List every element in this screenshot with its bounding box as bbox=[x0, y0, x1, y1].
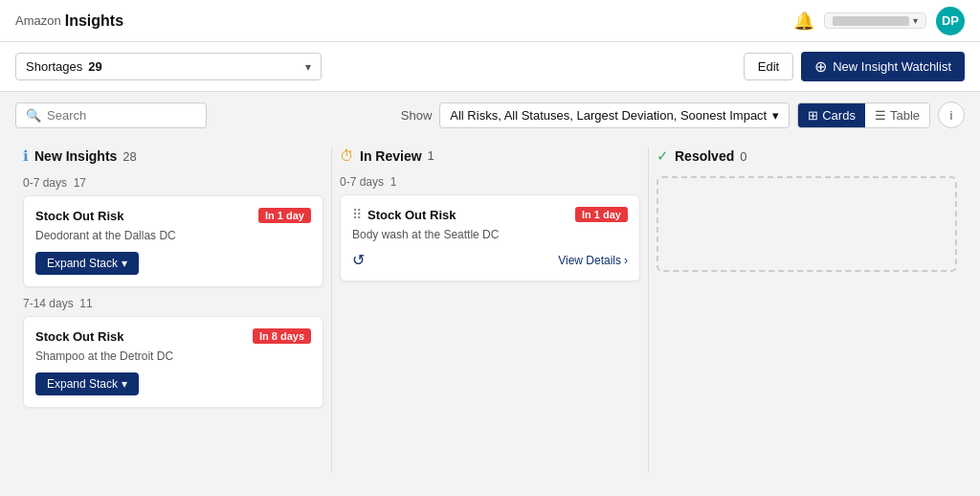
search-row: 🔍 Show All Risks, All Statuses, Largest … bbox=[0, 92, 980, 138]
shortages-left: Shortages 29 bbox=[26, 59, 102, 74]
card-stock-out-risk-deodorant: Stock Out Risk In 1 day Deodorant at the… bbox=[23, 195, 323, 287]
view-toggle: ⊞ Cards ☰ Table bbox=[797, 102, 930, 128]
edit-button[interactable]: Edit bbox=[744, 53, 793, 80]
new-insights-title: New Insights bbox=[34, 148, 117, 164]
view-details-link[interactable]: View Details › bbox=[558, 254, 628, 267]
search-box[interactable]: 🔍 bbox=[15, 102, 207, 128]
card-title-2: Stock Out Risk bbox=[35, 329, 123, 344]
app-title: Insights bbox=[65, 12, 123, 30]
shortages-count: 29 bbox=[88, 59, 101, 74]
card-stock-out-risk-bodywash: ⠿ Stock Out Risk In 1 day Body wash at t… bbox=[340, 194, 640, 282]
card-stock-out-risk-shampoo: Stock Out Risk In 8 days Shampoo at the … bbox=[23, 316, 323, 408]
in-review-count: 1 bbox=[428, 148, 434, 163]
table-icon: ☰ bbox=[875, 108, 886, 123]
card-subtitle: Deodorant at the Dallas DC bbox=[35, 229, 311, 242]
in-review-header: ⏱ In Review 1 bbox=[340, 138, 640, 171]
expand-chevron-icon-2: ▾ bbox=[122, 377, 127, 391]
show-label: Show bbox=[401, 108, 433, 123]
new-insight-button[interactable]: ⊕ New Insight Watchlist bbox=[801, 52, 965, 81]
in-review-card-top: ⠿ Stock Out Risk In 1 day bbox=[352, 207, 628, 222]
day-group-0-7: 0-7 days 17 bbox=[23, 176, 323, 190]
shortages-dropdown[interactable]: Shortages 29 ▾ bbox=[15, 53, 322, 80]
info-button[interactable]: i bbox=[938, 101, 965, 128]
view-details-label: View Details bbox=[558, 254, 621, 267]
cards-view-button[interactable]: ⊞ Cards bbox=[798, 103, 865, 127]
toolbar-actions: Edit ⊕ New Insight Watchlist bbox=[744, 52, 965, 81]
resolved-title: Resolved bbox=[675, 148, 734, 164]
resolved-header: ✓ Resolved 0 bbox=[657, 138, 957, 172]
filter-value: All Risks, All Statuses, Largest Deviati… bbox=[450, 108, 767, 123]
card-top-2: Stock Out Risk In 8 days bbox=[35, 328, 311, 344]
card-subtitle-2: Shampoo at the Detroit DC bbox=[35, 349, 311, 363]
user-name-label bbox=[833, 16, 909, 26]
resolved-empty-area bbox=[657, 176, 957, 272]
refresh-icon[interactable]: ↺ bbox=[352, 251, 365, 269]
card-actions: ↺ View Details › bbox=[352, 251, 628, 269]
card-title-row: ⠿ Stock Out Risk bbox=[352, 207, 456, 222]
info-icon: i bbox=[950, 108, 953, 123]
in-review-title: In Review bbox=[360, 148, 422, 164]
new-insights-count: 28 bbox=[122, 149, 136, 164]
in-review-card-title: Stock Out Risk bbox=[368, 208, 456, 222]
table-view-button[interactable]: ☰ Table bbox=[865, 103, 929, 127]
search-input[interactable] bbox=[47, 108, 181, 123]
table-label: Table bbox=[890, 108, 920, 123]
toolbar: Shortages 29 ▾ Edit ⊕ New Insight Watchl… bbox=[0, 42, 980, 92]
info-circle-icon: ℹ bbox=[23, 147, 29, 165]
header-left: Amazon Insights bbox=[15, 12, 123, 30]
shortages-label: Shortages bbox=[26, 59, 82, 74]
in-review-column: ⏱ In Review 1 0-7 days 1 ⠿ Stock Out Ris… bbox=[332, 138, 648, 483]
filter-chevron-icon: ▾ bbox=[772, 108, 779, 123]
drag-handle-icon: ⠿ bbox=[352, 207, 362, 222]
resolved-column: ✓ Resolved 0 bbox=[649, 138, 965, 483]
shortages-chevron-icon: ▾ bbox=[305, 60, 311, 74]
avatar[interactable]: DP bbox=[936, 7, 965, 35]
kanban-columns: ℹ New Insights 28 0-7 days 17 Stock Out … bbox=[0, 138, 980, 496]
card-title: Stock Out Risk bbox=[35, 209, 123, 223]
in-review-urgency-badge: In 1 day bbox=[575, 207, 628, 222]
resolved-count: 0 bbox=[740, 149, 746, 164]
in-review-day-group-0-7: 0-7 days 1 bbox=[340, 175, 640, 189]
chevron-down-icon: ▾ bbox=[913, 15, 918, 26]
urgency-badge: In 1 day bbox=[258, 208, 311, 223]
user-menu[interactable]: ▾ bbox=[824, 12, 926, 29]
expand-chevron-icon: ▾ bbox=[122, 257, 127, 270]
cards-grid-icon: ⊞ bbox=[808, 108, 818, 123]
new-insights-column: ℹ New Insights 28 0-7 days 17 Stock Out … bbox=[15, 138, 331, 483]
urgency-badge-2: In 8 days bbox=[253, 328, 311, 344]
expand-stack-button-2[interactable]: Expand Stack ▾ bbox=[35, 372, 139, 395]
header-right: 🔔 ▾ DP bbox=[793, 7, 965, 35]
notification-bell-icon[interactable]: 🔔 bbox=[793, 11, 814, 32]
day-group-7-14: 7-14 days 11 bbox=[23, 297, 323, 310]
expand-stack-button[interactable]: Expand Stack ▾ bbox=[35, 252, 139, 275]
chevron-right-icon: › bbox=[624, 254, 628, 267]
checkmark-circle-icon: ✓ bbox=[657, 147, 669, 165]
filter-row: Show All Risks, All Statuses, Largest De… bbox=[401, 101, 965, 128]
in-review-card-subtitle: Body wash at the Seattle DC bbox=[352, 228, 628, 241]
app-logo: Amazon bbox=[15, 13, 61, 28]
plus-circle-icon: ⊕ bbox=[814, 57, 827, 76]
new-insight-label: New Insight Watchlist bbox=[833, 59, 951, 74]
new-insights-header: ℹ New Insights 28 bbox=[23, 138, 323, 172]
cards-label: Cards bbox=[822, 108, 856, 123]
clock-icon: ⏱ bbox=[340, 147, 354, 164]
card-top: Stock Out Risk In 1 day bbox=[35, 208, 311, 223]
app-header: Amazon Insights 🔔 ▾ DP bbox=[0, 0, 980, 42]
search-icon: 🔍 bbox=[26, 108, 41, 123]
filter-dropdown[interactable]: All Risks, All Statuses, Largest Deviati… bbox=[439, 102, 790, 128]
